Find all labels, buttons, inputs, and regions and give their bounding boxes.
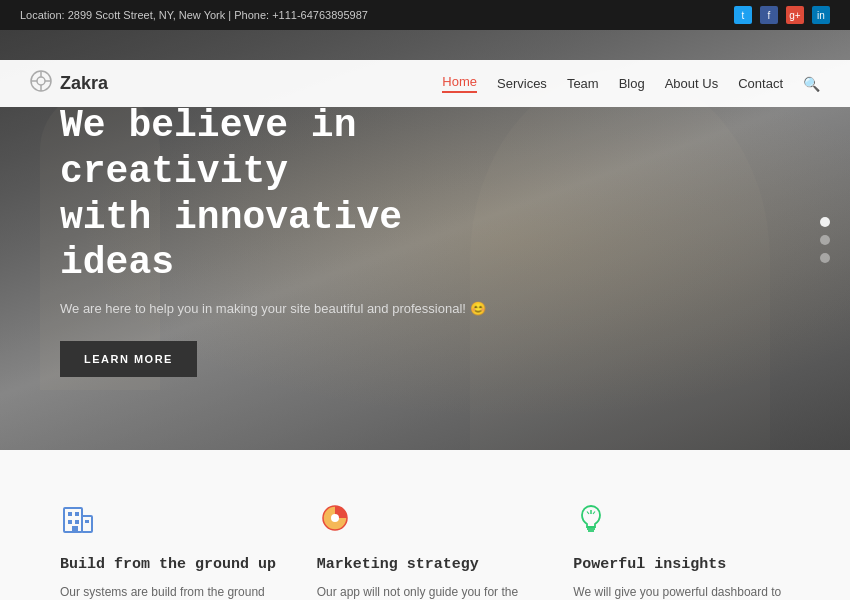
svg-line-19 [587,512,589,515]
features-section: Build from the ground up Our systems are… [0,450,850,600]
hero-section: Zakra Home Services Team Blog About Us C… [0,30,850,450]
feature-marketing-title: Marketing strategy [317,556,534,573]
feature-marketing: Marketing strategy Our app will not only… [317,500,534,600]
logo-text: Zakra [60,73,108,94]
dot-3[interactable] [820,253,830,263]
feature-build-desc: Our systems are build from the ground up… [60,583,277,600]
top-bar: Location: 2899 Scott Street, NY, New Yor… [0,0,850,30]
hero-content: We believe in creativity with innovative… [0,103,560,376]
svg-point-15 [331,514,339,522]
nav-about[interactable]: About Us [665,76,718,91]
nav-links: Home Services Team Blog About Us Contact… [442,74,820,93]
logo[interactable]: Zakra [30,70,108,97]
linkedin-icon[interactable]: in [812,6,830,24]
navbar: Zakra Home Services Team Blog About Us C… [0,60,850,107]
building-icon [60,500,277,544]
facebook-icon[interactable]: f [760,6,778,24]
dot-2[interactable] [820,235,830,245]
hero-subtitle: We are here to help you in making your s… [60,301,500,316]
twitter-icon[interactable]: t [734,6,752,24]
dot-1[interactable] [820,217,830,227]
nav-home[interactable]: Home [442,74,477,93]
svg-rect-10 [68,520,72,524]
contact-info: Location: 2899 Scott Street, NY, New Yor… [20,9,368,21]
pie-chart-icon [317,500,534,544]
nav-blog[interactable]: Blog [619,76,645,91]
feature-marketing-desc: Our app will not only guide you for the … [317,583,534,600]
svg-rect-13 [85,520,89,523]
svg-point-1 [37,77,45,85]
logo-icon [30,70,52,97]
feature-build-title: Build from the ground up [60,556,277,573]
feature-insights: Powerful insights We will give you power… [573,500,790,600]
svg-rect-9 [75,512,79,516]
hero-title: We believe in creativity with innovative… [60,103,500,285]
nav-contact[interactable]: Contact [738,76,783,91]
google-icon[interactable]: g+ [786,6,804,24]
svg-rect-12 [72,526,78,532]
nav-services[interactable]: Services [497,76,547,91]
svg-rect-11 [75,520,79,524]
lightbulb-icon [573,500,790,544]
learn-more-button[interactable]: LEARN MORE [60,341,197,377]
feature-build: Build from the ground up Our systems are… [60,500,277,600]
social-icons: t f g+ in [734,6,830,24]
svg-line-20 [593,512,595,515]
feature-insights-title: Powerful insights [573,556,790,573]
svg-rect-7 [82,516,92,532]
feature-insights-desc: We will give you powerful dashboard to t… [573,583,790,600]
hero-dots [820,217,830,263]
svg-rect-8 [68,512,72,516]
search-icon[interactable]: 🔍 [803,76,820,92]
nav-team[interactable]: Team [567,76,599,91]
